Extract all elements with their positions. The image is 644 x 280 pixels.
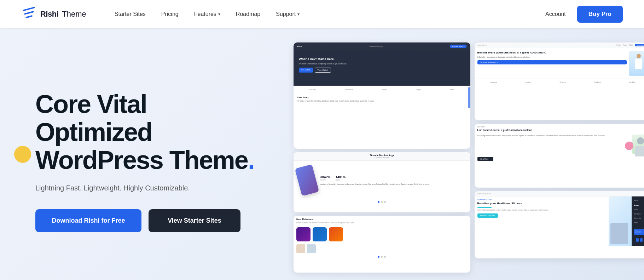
screenshot-business: Rishi Business Agency Explore Agency Wha… [294, 42, 470, 149]
acct1-desc: I offer client accounting and provide cu… [477, 56, 627, 58]
nav-links: Starter Sites Pricing Features Roadmap S… [115, 11, 300, 17]
sponsor-anvara: anvara [490, 81, 497, 83]
acct2-desc: Analyzing financial information and prep… [477, 135, 631, 154]
fitness-nav: Rishi Home Work Services About Us News B… [632, 196, 644, 246]
svg-rect-1 [24, 11, 34, 15]
view-starter-sites-button[interactable]: View Starter Sites [149, 209, 240, 232]
logo-virgin: Virgin [416, 88, 421, 91]
hero-title: Core Vital Optimized WordPress Theme. [35, 90, 269, 175]
sponsor-fineva: fineva [559, 81, 565, 83]
logo-link[interactable]: RishiTheme [21, 6, 86, 22]
hero-left: Core Vital Optimized WordPress Theme. Li… [0, 28, 290, 280]
site1-case-text: It's better to lead than to follow. Our … [297, 100, 467, 102]
deco-yellow-circle [14, 146, 31, 163]
site2-stat2-val: 1401% [336, 175, 346, 179]
releases-dot-1 [378, 256, 379, 258]
nav-roadmap[interactable]: Roadmap [236, 11, 260, 17]
site1-btn1: Get Started [299, 68, 313, 73]
acct2-title: I am James Lauren, a professional accoun… [475, 128, 644, 133]
acct1-cta: Schedule a Meeting → [477, 60, 627, 64]
nav-starter-sites[interactable]: Starter Sites [115, 11, 146, 17]
svg-rect-0 [23, 7, 35, 11]
release-item-3 [329, 227, 343, 241]
site2-stat2-label: Users [336, 179, 346, 181]
site1-hero-title: What's next starts here. [299, 57, 465, 61]
fitness-cta: Business Enquiries [477, 213, 498, 218]
screenshot-accountant2: About Me I am James Lauren, a profession… [475, 124, 644, 188]
site3-title: New Releases [294, 216, 470, 222]
site2-stat1-val: 3842% [320, 175, 330, 179]
fitness-nav-news: News [634, 221, 644, 223]
hero-section: Core Vital Optimized WordPress Theme. Li… [0, 28, 644, 280]
sponsor-vibiity: vibiity [629, 81, 635, 83]
sponsor-saatm: saatm [525, 81, 531, 83]
site2-stat1-label: Growth [320, 179, 330, 181]
nav-pricing[interactable]: Pricing [161, 11, 179, 17]
site1-hero-text: We know how to create compelling content… [299, 63, 465, 65]
svg-rect-2 [25, 15, 33, 18]
nav-right: Account Buy Pro [545, 6, 623, 23]
releases-dot-2 [381, 256, 383, 258]
fitness-title: Redefine your Health and Fitness [477, 202, 606, 205]
site1-btn2: View All Work [315, 68, 331, 73]
deco-pink-circle [625, 142, 633, 150]
logo-disney: Disney [309, 88, 316, 91]
screenshots-container: Rishi Business Agency Explore Agency Wha… [290, 35, 644, 280]
fitness-tag: Launched by Rishi [477, 199, 606, 201]
social-icon-1 [636, 238, 639, 242]
release-item-2 [313, 227, 327, 241]
nav-account[interactable]: Account [545, 11, 566, 17]
site1-case-title: Case Study [297, 96, 467, 98]
nav-support[interactable]: Support [276, 11, 300, 17]
buy-pro-button[interactable]: Buy Pro [577, 6, 623, 23]
main-nav: RishiTheme Starter Sites Pricing Feature… [0, 0, 644, 28]
logo-text-theme: Theme [62, 10, 86, 19]
screenshot-releases: New Releases Listen to brand new tracks … [294, 216, 470, 273]
fitness-nav-home: Home [634, 204, 644, 206]
fitness-nav-about: About Us [634, 217, 644, 219]
download-button[interactable]: Download Rishi for Free [35, 209, 141, 232]
logo-icon [21, 6, 37, 22]
logo-text-rishi: Rishi [40, 10, 58, 19]
logo-nike: Nike [450, 88, 454, 91]
dot-3 [384, 201, 386, 203]
logo-microsoft: Microsoft [345, 88, 353, 91]
fitness-nav-services: Services [634, 213, 644, 215]
acct2-img [632, 135, 644, 154]
screenshot-fitness: launched by Rishi Launched by Rishi Rede… [475, 191, 644, 258]
hero-subtitle: Lightning Fast. Lightweight. Highly Cust… [35, 184, 269, 192]
releases-dot-3 [384, 256, 386, 258]
nav-features[interactable]: Features [194, 11, 220, 17]
screenshot-medical: Grande Medical App Launched by Rishi 384… [294, 152, 470, 212]
dot-1 [378, 201, 379, 203]
site3-subtitle: Listen to brand new tracks from the late… [294, 222, 470, 226]
release-item-1 [296, 227, 311, 241]
social-icon-2 [640, 238, 643, 242]
hero-buttons: Download Rishi for Free View Starter Sit… [35, 209, 269, 232]
logo-uber: Uber [382, 88, 387, 91]
sponsor-hrstate: hrstate [594, 81, 601, 83]
acct1-title: Behind every good business is a great Ac… [477, 51, 627, 55]
screenshot-accountant1: launched by HomeAboutBlog Get A Quote → … [475, 42, 644, 120]
site2-title: Grande Medical App [296, 154, 468, 156]
hero-right: Rishi Business Agency Explore Agency Wha… [290, 28, 644, 280]
fitness-nav-cta: Business Enquiries [634, 229, 644, 235]
dot-2 [381, 201, 383, 203]
acct2-about-label: About Me [475, 124, 644, 128]
fitness-nav-work: Work [634, 208, 644, 211]
